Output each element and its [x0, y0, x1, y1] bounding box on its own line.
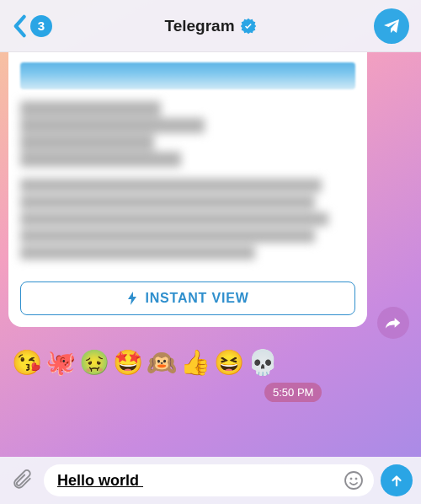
- verified-badge-icon: [240, 18, 257, 35]
- reaction-emoji[interactable]: 😆: [214, 351, 244, 375]
- message-bubble[interactable]: INSTANT VIEW: [8, 52, 367, 327]
- arrow-up-icon: [389, 473, 404, 488]
- reaction-emoji[interactable]: 😘: [12, 351, 42, 375]
- lightning-icon: [126, 292, 138, 305]
- attach-button[interactable]: [8, 466, 37, 495]
- telegram-plane-icon: [381, 16, 402, 36]
- channel-avatar[interactable]: [374, 8, 409, 44]
- emoji-picker-button[interactable]: [342, 469, 365, 492]
- back-button[interactable]: 3: [12, 14, 52, 38]
- chat-title: Telegram: [164, 17, 234, 35]
- reaction-emoji[interactable]: 🤩: [113, 351, 143, 375]
- reaction-emoji[interactable]: 🤢: [79, 351, 109, 375]
- smiley-icon: [344, 470, 364, 491]
- unread-count-badge: 3: [30, 15, 52, 37]
- reaction-emoji[interactable]: 🙉: [147, 351, 177, 375]
- composer-bar: [0, 457, 421, 504]
- message-timestamp: 5:50 PM: [264, 383, 322, 402]
- reaction-strip: 😘 🐙 🤢 🤩 🙉 👍 😆 💀: [12, 351, 278, 375]
- reaction-emoji[interactable]: 👍: [180, 351, 210, 375]
- svg-point-0: [345, 472, 362, 489]
- chat-area: INSTANT VIEW 😘 🐙 🤢 🤩 🙉 👍 😆 💀 5:50 PM: [0, 52, 421, 457]
- paperclip-icon: [12, 469, 34, 491]
- send-button[interactable]: [381, 464, 413, 496]
- svg-point-2: [355, 478, 357, 480]
- forward-button[interactable]: [377, 307, 409, 339]
- message-input[interactable]: [57, 472, 342, 490]
- svg-point-1: [350, 478, 352, 480]
- link-preview-text: [20, 101, 355, 270]
- reaction-emoji[interactable]: 💀: [248, 351, 278, 375]
- forward-arrow-icon: [385, 315, 402, 330]
- chat-header: 3 Telegram: [0, 0, 421, 52]
- message-input-pill: [44, 464, 374, 496]
- link-preview-image: [20, 62, 355, 89]
- reaction-emoji[interactable]: 🐙: [45, 351, 76, 375]
- instant-view-button[interactable]: INSTANT VIEW: [20, 281, 355, 315]
- chevron-left-icon: [12, 14, 27, 38]
- instant-view-label: INSTANT VIEW: [145, 291, 248, 306]
